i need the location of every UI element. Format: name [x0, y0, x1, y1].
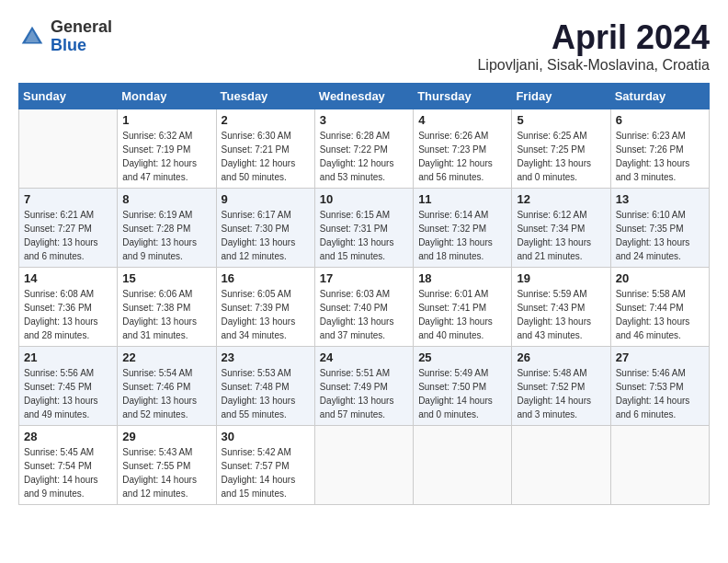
table-row: [19, 109, 118, 189]
calendar-week-row: 28 Sunrise: 5:45 AM Sunset: 7:54 PM Dayl…: [19, 426, 710, 505]
sunset: Sunset: 7:53 PM: [616, 382, 684, 392]
calendar-table: Sunday Monday Tuesday Wednesday Thursday…: [18, 83, 710, 505]
day-info: Sunrise: 6:12 AM Sunset: 7:34 PM Dayligh…: [517, 208, 605, 263]
day-number: 4: [418, 113, 506, 127]
sunrise: Sunrise: 5:59 AM: [517, 289, 586, 299]
day-info: Sunrise: 5:54 AM Sunset: 7:46 PM Dayligh…: [122, 366, 210, 421]
day-info: Sunrise: 6:17 AM Sunset: 7:30 PM Dayligh…: [222, 208, 310, 263]
day-number: 28: [24, 430, 112, 443]
day-number: 1: [122, 113, 210, 127]
month-title: April 2024: [477, 18, 710, 57]
sunset: Sunset: 7:35 PM: [616, 224, 684, 234]
daylight: Daylight: 13 hours and 18 minutes.: [418, 237, 493, 261]
sunset: Sunset: 7:39 PM: [222, 303, 290, 313]
day-number: 3: [320, 113, 408, 127]
sunset: Sunset: 7:22 PM: [320, 144, 388, 155]
table-row: 11 Sunrise: 6:14 AM Sunset: 7:32 PM Dayl…: [414, 189, 512, 268]
sunrise: Sunrise: 6:08 AM: [24, 289, 94, 299]
day-number: 13: [616, 192, 704, 206]
daylight: Daylight: 12 hours and 50 minutes.: [222, 158, 296, 182]
day-info: Sunrise: 6:14 AM Sunset: 7:32 PM Dayligh…: [418, 208, 506, 263]
daylight: Daylight: 12 hours and 47 minutes.: [122, 158, 197, 182]
sunset: Sunset: 7:30 PM: [222, 224, 290, 234]
daylight: Daylight: 13 hours and 49 minutes.: [24, 396, 98, 419]
sunrise: Sunrise: 6:28 AM: [320, 131, 390, 141]
calendar-week-row: 21 Sunrise: 5:56 AM Sunset: 7:45 PM Dayl…: [19, 347, 710, 426]
day-info: Sunrise: 5:56 AM Sunset: 7:45 PM Dayligh…: [24, 366, 112, 421]
day-number: 16: [222, 271, 310, 285]
sunrise: Sunrise: 5:45 AM: [24, 447, 94, 457]
table-row: 15 Sunrise: 6:06 AM Sunset: 7:38 PM Dayl…: [118, 268, 216, 347]
table-row: 7 Sunrise: 6:21 AM Sunset: 7:27 PM Dayli…: [19, 189, 118, 268]
day-number: 25: [418, 350, 506, 364]
sunset: Sunset: 7:23 PM: [418, 144, 486, 155]
daylight: Daylight: 12 hours and 56 minutes.: [418, 158, 493, 182]
day-info: Sunrise: 6:26 AM Sunset: 7:23 PM Dayligh…: [418, 129, 506, 184]
table-row: 22 Sunrise: 5:54 AM Sunset: 7:46 PM Dayl…: [118, 347, 216, 426]
sunrise: Sunrise: 6:14 AM: [418, 210, 488, 220]
sunset: Sunset: 7:32 PM: [418, 224, 486, 234]
sunrise: Sunrise: 5:56 AM: [24, 368, 94, 378]
logo: General Blue: [18, 18, 112, 55]
sunrise: Sunrise: 6:12 AM: [517, 210, 586, 220]
sunset: Sunset: 7:34 PM: [517, 224, 585, 234]
sunrise: Sunrise: 6:23 AM: [616, 131, 686, 141]
day-number: 19: [517, 271, 605, 285]
table-row: 21 Sunrise: 5:56 AM Sunset: 7:45 PM Dayl…: [19, 347, 118, 426]
day-info: Sunrise: 6:06 AM Sunset: 7:38 PM Dayligh…: [122, 287, 210, 342]
sunset: Sunset: 7:43 PM: [517, 303, 585, 313]
sunset: Sunset: 7:46 PM: [122, 382, 190, 392]
calendar-week-row: 1 Sunrise: 6:32 AM Sunset: 7:19 PM Dayli…: [19, 109, 710, 189]
daylight: Daylight: 13 hours and 21 minutes.: [517, 237, 591, 261]
table-row: 29 Sunrise: 5:43 AM Sunset: 7:55 PM Dayl…: [118, 426, 216, 505]
table-row: 9 Sunrise: 6:17 AM Sunset: 7:30 PM Dayli…: [216, 189, 314, 268]
col-wednesday: Wednesday: [314, 84, 413, 109]
day-number: 12: [517, 192, 605, 206]
day-number: 26: [517, 350, 605, 364]
daylight: Daylight: 13 hours and 15 minutes.: [320, 237, 394, 261]
logo-blue: Blue: [51, 37, 112, 55]
sunset: Sunset: 7:36 PM: [24, 303, 92, 313]
day-number: 14: [24, 271, 112, 285]
day-number: 11: [418, 192, 506, 206]
day-info: Sunrise: 6:28 AM Sunset: 7:22 PM Dayligh…: [320, 129, 408, 184]
table-row: [512, 426, 610, 505]
sunrise: Sunrise: 6:17 AM: [222, 210, 291, 220]
daylight: Daylight: 13 hours and 0 minutes.: [517, 158, 591, 182]
day-number: 22: [122, 350, 210, 364]
day-info: Sunrise: 5:45 AM Sunset: 7:54 PM Dayligh…: [24, 445, 112, 500]
day-info: Sunrise: 6:08 AM Sunset: 7:36 PM Dayligh…: [24, 287, 112, 342]
col-monday: Monday: [118, 84, 216, 109]
daylight: Daylight: 13 hours and 31 minutes.: [122, 316, 197, 340]
day-number: 8: [122, 192, 210, 206]
table-row: 28 Sunrise: 5:45 AM Sunset: 7:54 PM Dayl…: [19, 426, 118, 505]
calendar-week-row: 14 Sunrise: 6:08 AM Sunset: 7:36 PM Dayl…: [19, 268, 710, 347]
day-info: Sunrise: 6:25 AM Sunset: 7:25 PM Dayligh…: [517, 129, 605, 184]
day-number: 2: [222, 113, 310, 127]
location: Lipovljani, Sisak-Moslavina, Croatia: [477, 57, 710, 74]
daylight: Daylight: 13 hours and 24 minutes.: [616, 237, 690, 261]
table-row: 2 Sunrise: 6:30 AM Sunset: 7:21 PM Dayli…: [216, 109, 314, 189]
sunrise: Sunrise: 5:42 AM: [222, 447, 291, 457]
sunrise: Sunrise: 5:58 AM: [616, 289, 686, 299]
daylight: Daylight: 13 hours and 46 minutes.: [616, 316, 690, 340]
sunset: Sunset: 7:50 PM: [418, 382, 486, 392]
day-info: Sunrise: 5:43 AM Sunset: 7:55 PM Dayligh…: [122, 445, 210, 500]
daylight: Daylight: 14 hours and 12 minutes.: [122, 475, 197, 499]
sunset: Sunset: 7:38 PM: [122, 303, 190, 313]
sunset: Sunset: 7:55 PM: [122, 461, 190, 471]
day-number: 17: [320, 271, 408, 285]
day-number: 24: [320, 350, 408, 364]
day-info: Sunrise: 6:21 AM Sunset: 7:27 PM Dayligh…: [24, 208, 112, 263]
day-info: Sunrise: 6:30 AM Sunset: 7:21 PM Dayligh…: [222, 129, 310, 184]
daylight: Daylight: 13 hours and 34 minutes.: [222, 316, 296, 340]
table-row: 8 Sunrise: 6:19 AM Sunset: 7:28 PM Dayli…: [118, 189, 216, 268]
daylight: Daylight: 13 hours and 40 minutes.: [418, 316, 493, 340]
sunset: Sunset: 7:31 PM: [320, 224, 388, 234]
col-tuesday: Tuesday: [216, 84, 314, 109]
table-row: 13 Sunrise: 6:10 AM Sunset: 7:35 PM Dayl…: [610, 189, 709, 268]
day-info: Sunrise: 6:05 AM Sunset: 7:39 PM Dayligh…: [222, 287, 310, 342]
day-info: Sunrise: 6:03 AM Sunset: 7:40 PM Dayligh…: [320, 287, 408, 342]
day-info: Sunrise: 6:10 AM Sunset: 7:35 PM Dayligh…: [616, 208, 704, 263]
sunrise: Sunrise: 5:49 AM: [418, 368, 488, 378]
